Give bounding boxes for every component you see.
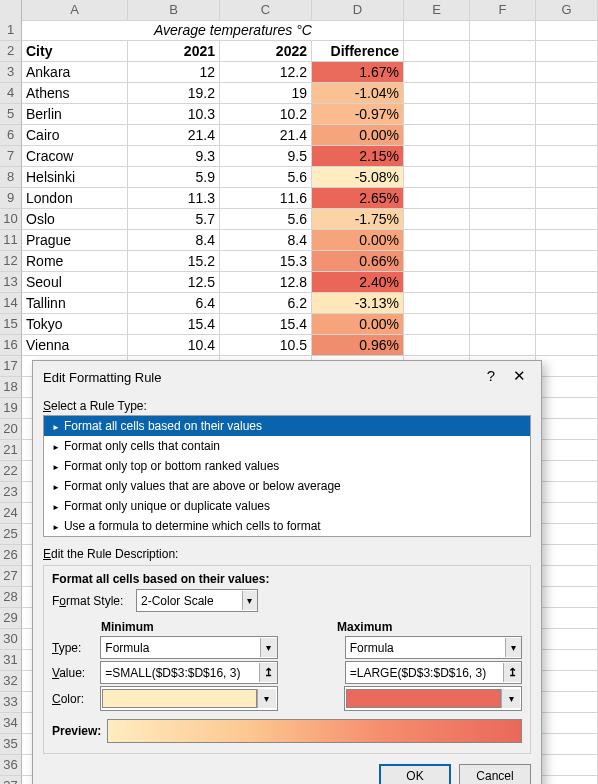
format-style-select[interactable]: ▾ (136, 589, 258, 612)
cell[interactable]: 0.00% (312, 314, 404, 335)
cell[interactable]: 12.8 (220, 272, 312, 293)
cell[interactable]: 10.5 (220, 335, 312, 356)
cell[interactable]: 0.96% (312, 335, 404, 356)
cell[interactable] (404, 188, 470, 209)
cell[interactable]: 15.4 (128, 314, 220, 335)
cell[interactable] (470, 125, 536, 146)
min-value-input[interactable]: ↥ (100, 661, 277, 684)
cell[interactable] (470, 188, 536, 209)
close-icon[interactable]: ✕ (505, 367, 533, 387)
cell[interactable] (470, 335, 536, 356)
cell[interactable] (404, 335, 470, 356)
row-header-33[interactable]: 33 (0, 692, 22, 713)
row-header-32[interactable]: 32 (0, 671, 22, 692)
cell[interactable] (536, 587, 598, 608)
cell[interactable]: 2022 (220, 41, 312, 62)
row-header-20[interactable]: 20 (0, 419, 22, 440)
row-header-8[interactable]: 8 (0, 167, 22, 188)
cell[interactable] (536, 440, 598, 461)
cell[interactable] (536, 356, 598, 377)
row-header-25[interactable]: 25 (0, 524, 22, 545)
cell[interactable] (404, 209, 470, 230)
cell[interactable] (536, 41, 598, 62)
cell[interactable]: Average temperatures °C (150, 20, 418, 41)
cell[interactable] (22, 20, 128, 41)
row-header-17[interactable]: 17 (0, 356, 22, 377)
cell[interactable] (470, 104, 536, 125)
cell[interactable]: 15.3 (220, 251, 312, 272)
cell[interactable]: 5.6 (220, 209, 312, 230)
cancel-button[interactable]: Cancel (459, 764, 531, 784)
cell[interactable] (404, 272, 470, 293)
cell[interactable] (536, 335, 598, 356)
cell[interactable] (470, 41, 536, 62)
cell[interactable]: 8.4 (220, 230, 312, 251)
cell[interactable] (536, 524, 598, 545)
cell[interactable] (404, 251, 470, 272)
cell[interactable]: London (22, 188, 128, 209)
max-value-input[interactable]: ↥ (345, 661, 522, 684)
cell[interactable]: 8.4 (128, 230, 220, 251)
row-header-22[interactable]: 22 (0, 461, 22, 482)
min-color-select[interactable]: ▾ (100, 686, 278, 711)
cell[interactable]: 2.15% (312, 146, 404, 167)
row-header-29[interactable]: 29 (0, 608, 22, 629)
cell[interactable]: 6.2 (220, 293, 312, 314)
cell[interactable] (404, 167, 470, 188)
rule-type-item[interactable]: Format only top or bottom ranked values (44, 456, 530, 476)
cell[interactable]: 19 (220, 83, 312, 104)
help-button[interactable]: ? (477, 367, 505, 387)
cell[interactable]: -3.13% (312, 293, 404, 314)
row-header-10[interactable]: 10 (0, 209, 22, 230)
col-header-A[interactable]: A (22, 0, 128, 21)
row-header-15[interactable]: 15 (0, 314, 22, 335)
cell[interactable]: -0.97% (312, 104, 404, 125)
row-header-18[interactable]: 18 (0, 377, 22, 398)
max-type-select[interactable]: ▾ (345, 636, 522, 659)
rule-type-item[interactable]: Use a formula to determine which cells t… (44, 516, 530, 536)
cell[interactable]: 5.9 (128, 167, 220, 188)
row-header-21[interactable]: 21 (0, 440, 22, 461)
row-header-7[interactable]: 7 (0, 146, 22, 167)
cell[interactable] (536, 146, 598, 167)
cell[interactable] (536, 293, 598, 314)
cell[interactable]: 10.3 (128, 104, 220, 125)
cell[interactable] (536, 377, 598, 398)
row-header-2[interactable]: 2 (0, 41, 22, 62)
cell[interactable]: 9.5 (220, 146, 312, 167)
row-header-24[interactable]: 24 (0, 503, 22, 524)
cell[interactable] (404, 293, 470, 314)
cell[interactable]: Berlin (22, 104, 128, 125)
row-header-35[interactable]: 35 (0, 734, 22, 755)
cell[interactable] (536, 125, 598, 146)
row-header-3[interactable]: 3 (0, 62, 22, 83)
row-header-11[interactable]: 11 (0, 230, 22, 251)
cell[interactable]: 12.5 (128, 272, 220, 293)
col-header-C[interactable]: C (220, 0, 312, 21)
cell[interactable] (536, 188, 598, 209)
cell[interactable] (536, 272, 598, 293)
col-header-D[interactable]: D (312, 0, 404, 21)
cell[interactable] (536, 62, 598, 83)
cell[interactable] (536, 398, 598, 419)
cell[interactable]: -1.75% (312, 209, 404, 230)
cell[interactable] (536, 671, 598, 692)
row-header-19[interactable]: 19 (0, 398, 22, 419)
cell[interactable] (536, 482, 598, 503)
cell[interactable] (536, 83, 598, 104)
row-header-26[interactable]: 26 (0, 545, 22, 566)
cell[interactable] (404, 146, 470, 167)
cell[interactable] (470, 314, 536, 335)
col-header-F[interactable]: F (470, 0, 536, 21)
cell[interactable]: Rome (22, 251, 128, 272)
row-header-13[interactable]: 13 (0, 272, 22, 293)
cell[interactable]: Cairo (22, 125, 128, 146)
cell[interactable]: 11.3 (128, 188, 220, 209)
chevron-down-icon[interactable]: ▾ (257, 689, 276, 708)
row-header-27[interactable]: 27 (0, 566, 22, 587)
cell[interactable] (404, 83, 470, 104)
cell[interactable]: 5.7 (128, 209, 220, 230)
cell[interactable]: Tallinn (22, 293, 128, 314)
row-header-5[interactable]: 5 (0, 104, 22, 125)
col-header-E[interactable]: E (404, 0, 470, 21)
